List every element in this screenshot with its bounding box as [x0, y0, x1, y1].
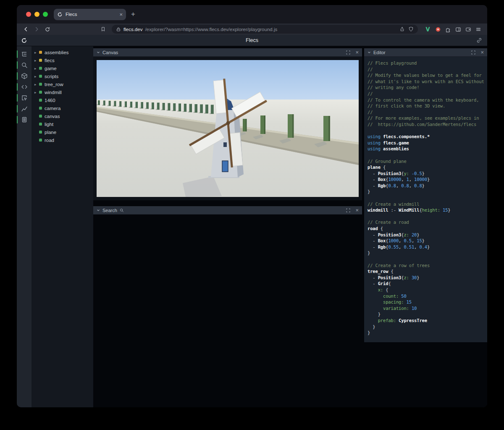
- search-panel: Search ×: [93, 206, 362, 407]
- editor-panel: Editor × // Flecs playground//// Modify …: [364, 48, 487, 342]
- entity-label: scripts: [45, 74, 58, 79]
- collapse-chevron-icon[interactable]: [97, 209, 100, 212]
- memory-icon: [21, 116, 28, 123]
- wallet-icon[interactable]: [465, 26, 471, 32]
- entity-color-square: [39, 99, 42, 102]
- search-icon: [120, 208, 124, 212]
- close-panel-button[interactable]: ×: [355, 207, 359, 213]
- code-editor[interactable]: // Flecs playground//// Modify the value…: [364, 57, 487, 342]
- close-panel-button[interactable]: ×: [480, 50, 484, 55]
- browser-tab[interactable]: Flecs ×: [54, 9, 126, 20]
- entity-label: light: [45, 122, 53, 127]
- browser-window: Flecs × + flecs.dev /explorer/?wasm=http…: [17, 5, 487, 407]
- center-column: Canvas ×: [93, 46, 362, 407]
- inspect-tool-button[interactable]: [17, 92, 32, 103]
- entity-label: tree_row: [45, 82, 63, 87]
- entity-color-square: [39, 75, 42, 78]
- tree-item-windmill[interactable]: ▸windmill: [32, 88, 93, 96]
- expand-panel-icon[interactable]: [346, 50, 350, 55]
- active-indicator: [17, 105, 18, 113]
- expand-arrow-icon[interactable]: ▸: [34, 82, 39, 87]
- windmill-window: [223, 142, 227, 147]
- navigation-bar: flecs.dev /explorer/?wasm=https://www.fl…: [17, 24, 487, 35]
- forward-button[interactable]: [32, 25, 41, 34]
- share-link-icon[interactable]: [476, 37, 482, 45]
- tree-item-plane[interactable]: plane: [32, 128, 93, 136]
- entity-label: game: [45, 66, 57, 71]
- minimize-window-button[interactable]: [34, 12, 39, 17]
- tree-item-camera[interactable]: camera: [32, 104, 93, 112]
- memory-tool-button[interactable]: [17, 114, 32, 125]
- close-window-button[interactable]: [26, 12, 31, 17]
- tab-title: Flecs: [66, 12, 116, 17]
- tree-item-light[interactable]: light: [32, 120, 93, 128]
- canvas-panel-header[interactable]: Canvas ×: [93, 48, 362, 57]
- tree-item-canvas[interactable]: canvas: [32, 112, 93, 120]
- close-panel-button[interactable]: ×: [355, 50, 359, 55]
- window-controls: [26, 12, 48, 17]
- extension-v-icon[interactable]: [425, 26, 431, 32]
- entity-label: flecs: [45, 58, 55, 63]
- canvas-panel: Canvas ×: [93, 48, 362, 200]
- reading-list-icon[interactable]: [98, 25, 108, 34]
- active-indicator: [17, 72, 18, 80]
- collapse-chevron-icon[interactable]: [368, 51, 371, 54]
- entity-label: plane: [45, 130, 56, 135]
- expand-arrow-icon[interactable]: ▸: [34, 58, 39, 63]
- tab-favicon-flecs-icon: [57, 12, 63, 17]
- tab-bar: Flecs × +: [17, 5, 487, 24]
- url-bar[interactable]: flecs.dev /explorer/?wasm=https://www.fl…: [112, 25, 418, 34]
- canvas-3d-view[interactable]: [93, 57, 362, 200]
- tree-item-assemblies[interactable]: ▸assemblies: [32, 48, 93, 56]
- page-title: Flecs: [17, 37, 487, 43]
- entity-color-square: [39, 83, 42, 86]
- share-icon[interactable]: [399, 26, 405, 32]
- tree-item-game[interactable]: ▸game: [32, 64, 93, 72]
- extensions-puzzle-icon[interactable]: [445, 26, 451, 32]
- tab-close-button[interactable]: ×: [119, 12, 123, 17]
- entity-color-square: [39, 115, 42, 118]
- entity-color-square: [39, 59, 42, 62]
- back-button[interactable]: [21, 25, 30, 34]
- sidebar-toggle-icon[interactable]: [455, 26, 461, 32]
- expand-panel-icon[interactable]: [346, 208, 350, 212]
- entity-color-square: [39, 67, 42, 70]
- tree-item-road[interactable]: road: [32, 136, 93, 144]
- cube-icon: [21, 73, 28, 79]
- reload-button[interactable]: [43, 25, 52, 34]
- expand-panel-icon[interactable]: [471, 50, 475, 55]
- zoom-window-button[interactable]: [43, 12, 48, 17]
- chart-icon: [21, 105, 28, 112]
- cube-tool-button[interactable]: [17, 71, 32, 81]
- search-panel-header[interactable]: Search ×: [93, 206, 362, 215]
- brave-shield-icon[interactable]: [408, 26, 414, 32]
- lock-icon: [116, 27, 121, 32]
- tree-item-1460[interactable]: 1460: [32, 96, 93, 104]
- entity-label: canvas: [45, 114, 60, 119]
- expand-arrow-icon[interactable]: ▸: [34, 90, 39, 94]
- expand-arrow-icon[interactable]: ▸: [34, 74, 39, 79]
- app-header: Flecs: [17, 35, 487, 46]
- tool-sidebar: [17, 46, 32, 407]
- new-tab-button[interactable]: +: [131, 10, 135, 18]
- entity-label: assemblies: [45, 50, 69, 55]
- search-results-area[interactable]: [93, 215, 362, 407]
- extension-red-icon[interactable]: [435, 26, 441, 32]
- windmill-door: [222, 161, 228, 172]
- editor-panel-header[interactable]: Editor ×: [364, 48, 487, 57]
- search-tool-button[interactable]: [17, 60, 32, 71]
- search-icon: [21, 62, 28, 68]
- expand-arrow-icon[interactable]: ▸: [34, 50, 39, 55]
- tree-item-flecs[interactable]: ▸flecs: [32, 56, 93, 64]
- active-indicator: [17, 83, 18, 91]
- code-tool-button[interactable]: [17, 81, 32, 92]
- entity-tree-tool-button[interactable]: [17, 49, 32, 60]
- expand-arrow-icon[interactable]: ▸: [34, 66, 39, 71]
- sky: [97, 60, 359, 100]
- tree-item-scripts[interactable]: ▸scripts: [32, 72, 93, 80]
- entity-label: road: [45, 138, 54, 143]
- menu-icon[interactable]: [475, 26, 481, 32]
- collapse-chevron-icon[interactable]: [97, 51, 100, 54]
- chart-tool-button[interactable]: [17, 103, 32, 114]
- tree-item-tree_row[interactable]: ▸tree_row: [32, 80, 93, 88]
